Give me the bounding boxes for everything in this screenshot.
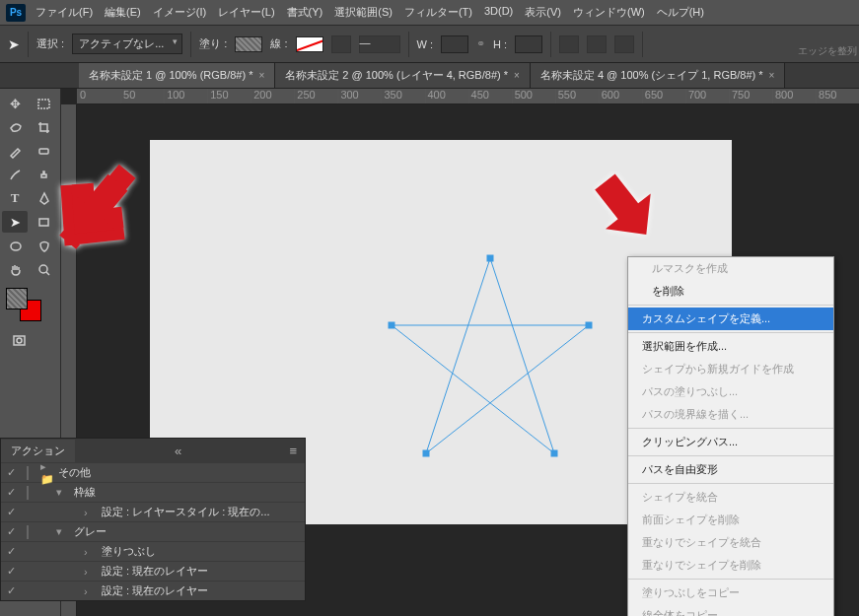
width-label: W : (417, 38, 434, 50)
row-caret: › (84, 566, 96, 578)
fill-swatch[interactable] (235, 36, 262, 52)
menu-ヘルプ(H)[interactable]: ヘルプ(H) (651, 1, 710, 24)
action-row[interactable]: ✓›塗りつぶし (1, 541, 305, 561)
healing-tool[interactable] (32, 140, 57, 162)
dialog-box (27, 487, 29, 499)
action-row[interactable]: ✓▸ 📁その他 (1, 462, 305, 482)
anchor-handle[interactable] (586, 322, 593, 329)
check-icon: ✓ (7, 506, 21, 518)
context-menu-item: 前面シェイプを削除 (628, 509, 833, 531)
stroke-swatch[interactable] (296, 36, 323, 52)
menu-3D(D)[interactable]: 3D(D) (478, 1, 519, 24)
context-menu-item: ルマスクを作成 (628, 257, 833, 280)
menu-ウィンドウ(W)[interactable]: ウィンドウ(W) (567, 1, 651, 24)
width-input[interactable] (441, 35, 468, 53)
eyedropper-tool[interactable] (2, 140, 28, 162)
action-row[interactable]: ✓›設定 : レイヤースタイル : 現在の... (1, 502, 305, 521)
svg-rect-1 (39, 149, 48, 154)
dialog-box (27, 507, 40, 518)
crop-tool[interactable] (32, 116, 57, 138)
tab-doc-2[interactable]: 名称未設定 2 @ 100% (レイヤー 4, RGB/8#) *× (275, 63, 531, 88)
svg-point-6 (17, 338, 22, 343)
tab-doc-3[interactable]: 名称未設定 4 @ 100% (シェイプ 1, RGB/8#) *× (531, 63, 786, 88)
context-menu-item: パスの境界線を描く... (628, 403, 833, 426)
anchor-handle[interactable] (389, 322, 395, 329)
panel-close-icon[interactable]: « (167, 444, 189, 458)
action-row[interactable]: ✓›設定 : 現在のレイヤー (1, 581, 305, 600)
check-icon: ✓ (7, 486, 21, 499)
row-caret: ▾ (56, 525, 68, 538)
quickmask-tool[interactable] (6, 329, 32, 351)
menu-bar: Ps ファイル(F)編集(E)イメージ(I)レイヤー(L)書式(Y)選択範囲(S… (0, 0, 859, 26)
close-icon[interactable]: × (514, 70, 520, 81)
path-op-icon[interactable] (559, 35, 579, 53)
stroke-style-dropdown[interactable]: — (359, 35, 400, 53)
anchor-handle[interactable] (487, 255, 494, 262)
star-shape[interactable] (387, 256, 594, 465)
context-menu-item: 重なりでシェイプを削除 (628, 554, 833, 577)
foreground-color[interactable] (6, 288, 28, 309)
context-menu: ルマスクを作成を削除カスタムシェイプを定義...選択範囲を作成...シェイプから… (627, 256, 834, 616)
action-label: 設定 : レイヤースタイル : 現在の... (102, 505, 270, 519)
action-label: 設定 : 現在のレイヤー (102, 583, 208, 598)
anchor-handle[interactable] (551, 450, 558, 457)
marquee-tool[interactable] (32, 93, 57, 114)
select-label: 選択 : (36, 36, 64, 51)
lasso-tool[interactable] (2, 116, 28, 138)
menu-ファイル(F)[interactable]: ファイル(F) (30, 1, 99, 24)
check-icon: ✓ (7, 584, 21, 597)
menu-イメージ(I)[interactable]: イメージ(I) (147, 1, 212, 24)
height-input[interactable] (515, 35, 542, 53)
app-logo: Ps (6, 4, 26, 22)
align-icon[interactable] (587, 35, 607, 53)
type-tool[interactable]: T (2, 187, 28, 209)
panel-tab-actions[interactable]: アクション (1, 440, 75, 462)
menu-フィルター(T)[interactable]: フィルター(T) (398, 1, 478, 24)
dialog-box (27, 585, 40, 597)
close-icon[interactable]: × (258, 70, 264, 81)
ruler-horizontal: 0501001502002503003504004505005506006507… (77, 89, 859, 104)
menu-レイヤー(L)[interactable]: レイヤー(L) (212, 1, 280, 24)
menu-選択範囲(S)[interactable]: 選択範囲(S) (328, 1, 398, 24)
tab-doc-1[interactable]: 名称未設定 1 @ 100% (RGB/8#) *× (79, 63, 275, 88)
row-caret: › (84, 507, 96, 518)
link-icon[interactable]: ⚭ (476, 37, 485, 50)
context-menu-item: シェイプから新規ガイドを作成 (628, 358, 833, 380)
svg-marker-7 (392, 258, 589, 453)
action-label: 設定 : 現在のレイヤー (102, 564, 208, 579)
hand-tool[interactable] (2, 258, 28, 280)
anchor-handle[interactable] (423, 450, 430, 457)
stroke-width-field[interactable] (331, 35, 351, 53)
check-icon: ✓ (7, 565, 21, 578)
ellipse-tool[interactable] (2, 235, 28, 256)
dialog-box (27, 526, 29, 538)
context-menu-item[interactable]: クリッピングパス... (628, 431, 833, 453)
brush-tool[interactable] (2, 164, 28, 185)
move-tool[interactable]: ✥ (2, 93, 28, 114)
context-menu-item[interactable]: を削除 (628, 280, 833, 303)
zoom-tool[interactable] (32, 258, 57, 280)
menu-表示(V)[interactable]: 表示(V) (519, 1, 567, 24)
action-row[interactable]: ✓›設定 : 現在のレイヤー (1, 561, 305, 581)
context-menu-item: 重なりでシェイプを統合 (628, 531, 833, 554)
options-bar: ➤ 選択 : アクティブなレ... 塗り : 線 : — W : ⚭ H : エ… (0, 26, 859, 63)
row-caret: ▸ 📁 (40, 460, 52, 486)
context-menu-item[interactable]: パスを自由変形 (628, 458, 833, 481)
row-caret: ▾ (56, 486, 68, 499)
close-icon[interactable]: × (769, 70, 775, 81)
context-menu-item[interactable]: 選択範囲を作成... (628, 335, 833, 358)
color-swatches[interactable] (6, 288, 45, 321)
path-selection-tool[interactable]: ➤ (2, 211, 28, 233)
check-icon: ✓ (7, 525, 21, 538)
panel-menu-icon[interactable]: ≡ (281, 444, 305, 458)
context-menu-item: 線全体をコピー (628, 604, 833, 616)
menu-編集(E)[interactable]: 編集(E) (99, 1, 147, 24)
row-caret: › (84, 585, 96, 597)
arrange-icon[interactable] (614, 35, 634, 53)
action-row[interactable]: ✓▾グレー (1, 521, 305, 541)
fill-label: 塗り : (199, 36, 227, 51)
menu-書式(Y)[interactable]: 書式(Y) (281, 1, 329, 24)
action-label: 塗りつぶし (102, 544, 156, 559)
select-dropdown[interactable]: アクティブなレ... (72, 34, 182, 54)
context-menu-item[interactable]: カスタムシェイプを定義... (628, 308, 833, 330)
